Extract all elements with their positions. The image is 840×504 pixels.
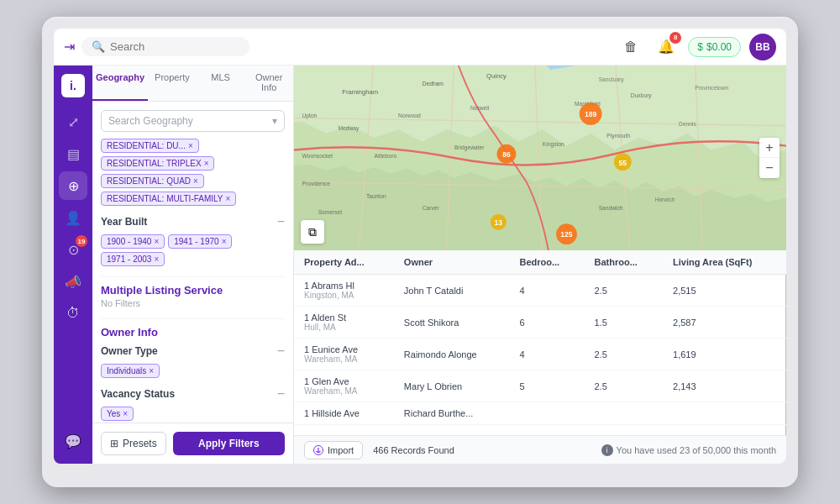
tag-residential-triplex[interactable]: RESIDENTIAL: TRIPLEX × xyxy=(101,156,214,171)
vacancy-collapse-btn[interactable]: − xyxy=(277,386,285,402)
table-row[interactable]: 1 Hillside Ave Richard Burthe... xyxy=(294,402,786,425)
info-icon: i xyxy=(601,444,613,456)
remove-tag-residential-quad[interactable]: × xyxy=(193,176,198,186)
cell-owner: Mary L Obrien xyxy=(394,370,510,402)
svg-text:Norwell: Norwell xyxy=(470,105,490,111)
tag-residential-du[interactable]: RESIDENTIAL: DU... × xyxy=(101,139,199,153)
vacancy-label: Vacancy Status xyxy=(101,388,175,400)
divider-mls xyxy=(101,276,285,277)
top-bar: ⇥ 🔍 🗑 🔔 8 $ $0.00 BB xyxy=(54,29,786,66)
col-baths: Bathroo... xyxy=(585,250,664,275)
sidebar-item-card[interactable]: ▤ xyxy=(59,139,87,168)
layers-button[interactable]: ⧉ xyxy=(301,220,324,244)
cell-address: 1 Abrams HlKingston, MA xyxy=(294,275,394,307)
sidebar-item-dollar[interactable]: ⊙ 19 xyxy=(59,235,87,264)
cell-beds xyxy=(510,402,585,425)
svg-text:189: 189 xyxy=(585,110,597,118)
svg-text:Plymouth: Plymouth xyxy=(606,133,630,139)
svg-text:Somerset: Somerset xyxy=(318,209,343,215)
globe-icon: ⊕ xyxy=(68,178,79,194)
svg-text:Harwich: Harwich xyxy=(654,197,675,202)
map-area[interactable]: Framingham Dedham Quincy Sanctuary Upton… xyxy=(294,66,786,250)
table-row[interactable]: 1 Alden StHull, MA Scott Shikora 6 1.5 2… xyxy=(294,307,786,339)
remove-tag-residential-du[interactable]: × xyxy=(188,141,193,150)
tag-individuals[interactable]: Individuals × xyxy=(101,364,160,378)
table-row[interactable]: 1 Glen AveWareham, MA Mary L Obrien 5 2.… xyxy=(294,370,786,402)
sidebar-logo[interactable]: i. xyxy=(61,74,85,97)
sidebar-item-expand[interactable]: ⤢ xyxy=(59,108,87,136)
svg-text:Carver: Carver xyxy=(423,205,440,211)
zoom-out-button[interactable]: − xyxy=(759,158,780,178)
svg-text:Dedham: Dedham xyxy=(423,81,444,87)
col-sqft: Living Area (SqFt) xyxy=(663,250,786,275)
sidebar-item-clock[interactable]: ⏱ xyxy=(59,299,87,328)
sidebar-item-people[interactable]: 👤 xyxy=(59,203,87,232)
sidebar-item-chat[interactable]: 💬 xyxy=(59,427,87,455)
megaphone-icon: 📣 xyxy=(65,274,81,290)
remove-tag-residential-multi[interactable]: × xyxy=(226,194,231,203)
col-beds: Bedroo... xyxy=(510,250,585,275)
sidebar-item-globe[interactable]: ⊕ xyxy=(59,171,87,200)
remove-tag-year-1900[interactable]: × xyxy=(154,237,159,246)
year-built-tags-group: 1900 - 1940 × 1941 - 1970 × 1971 - 2003 … xyxy=(101,234,285,266)
tag-residential-quad[interactable]: RESIDENTIAL: QUAD × xyxy=(101,174,204,188)
svg-text:Quincy: Quincy xyxy=(486,72,507,80)
sidebar-item-megaphone[interactable]: 📣 xyxy=(59,267,87,296)
search-box[interactable]: 🔍 xyxy=(81,37,249,56)
remove-tag-year-1971[interactable]: × xyxy=(154,255,159,264)
filter-body: Search Geography ▾ RESIDENTIAL: DU... × … xyxy=(92,102,293,423)
svg-text:13: 13 xyxy=(495,218,503,227)
bell-icon-btn[interactable]: 🔔 8 xyxy=(653,34,680,60)
tag-year-1941-1970[interactable]: 1941 - 1970 × xyxy=(168,234,232,249)
owner-info-title: Owner Info xyxy=(101,326,285,339)
map-controls: + − xyxy=(759,138,780,178)
year-built-collapse-btn[interactable]: − xyxy=(277,214,285,229)
bell-badge: 8 xyxy=(669,32,681,44)
usage-text: You have used 23 of 50,000 this month xyxy=(617,445,776,455)
import-button[interactable]: Import xyxy=(304,441,363,459)
balance-button[interactable]: $ $0.00 xyxy=(688,37,741,57)
search-icon: 🔍 xyxy=(92,40,105,53)
presets-button[interactable]: ⊞ Presets xyxy=(101,432,166,455)
svg-text:Sandwich: Sandwich xyxy=(599,205,623,211)
owner-type-header: Owner Type − xyxy=(101,344,285,359)
table-row[interactable]: 1 Eunice AveWareham, MA Raimondo Alonge … xyxy=(294,339,786,370)
tag-vacancy-yes[interactable]: Yes × xyxy=(101,407,134,421)
remove-tag-vacancy-yes[interactable]: × xyxy=(123,409,128,418)
remove-tag-residential-triplex[interactable]: × xyxy=(204,159,209,168)
apply-filters-button[interactable]: Apply Filters xyxy=(173,432,285,455)
tag-year-1971-2003[interactable]: 1971 - 2003 × xyxy=(101,252,165,266)
cell-baths: 2.5 xyxy=(585,275,664,307)
tab-mls[interactable]: MLS xyxy=(197,66,245,101)
tab-owner-info[interactable]: Owner Info xyxy=(244,66,293,101)
top-bar-right: 🗑 🔔 8 $ $0.00 BB xyxy=(617,34,776,60)
owner-type-collapse-btn[interactable]: − xyxy=(277,344,285,359)
svg-text:Upton: Upton xyxy=(302,113,318,119)
trash-icon: 🗑 xyxy=(624,39,638,55)
chat-icon: 💬 xyxy=(65,433,81,449)
col-owner: Owner xyxy=(394,250,510,275)
tag-residential-multi[interactable]: RESIDENTIAL: MULTI-FAMILY × xyxy=(101,192,236,206)
cell-baths: 2.5 xyxy=(585,370,664,402)
avatar-button[interactable]: BB xyxy=(749,34,776,60)
search-geography-input[interactable]: Search Geography ▾ xyxy=(101,110,285,132)
tag-year-1900-1940[interactable]: 1900 - 1940 × xyxy=(101,234,165,249)
records-count: 466 Records Found xyxy=(373,445,454,455)
trash-icon-btn[interactable]: 🗑 xyxy=(617,34,644,60)
search-geo-label: Search Geography xyxy=(108,115,193,127)
table-row[interactable]: 1 Abrams HlKingston, MA John T Cataldi 4… xyxy=(294,275,786,307)
table-scroll[interactable]: Property Ad... Owner Bedroo... Bathroo..… xyxy=(294,250,786,435)
expand-icon[interactable]: ⇥ xyxy=(64,39,75,55)
dollar-sign-icon: $ xyxy=(697,41,703,53)
tab-property[interactable]: Property xyxy=(148,66,197,101)
search-input[interactable] xyxy=(110,40,228,53)
svg-text:Duxbury: Duxbury xyxy=(631,92,653,99)
tab-geography[interactable]: Geography xyxy=(92,66,148,101)
usage-info: i You have used 23 of 50,000 this month xyxy=(601,444,776,456)
cell-owner: John T Cataldi xyxy=(394,275,510,307)
svg-text:Framingham: Framingham xyxy=(342,88,378,96)
remove-tag-year-1941[interactable]: × xyxy=(222,237,227,246)
zoom-in-button[interactable]: + xyxy=(759,138,780,158)
table-area: Property Ad... Owner Bedroo... Bathroo..… xyxy=(294,250,786,435)
remove-tag-individuals[interactable]: × xyxy=(149,366,154,375)
